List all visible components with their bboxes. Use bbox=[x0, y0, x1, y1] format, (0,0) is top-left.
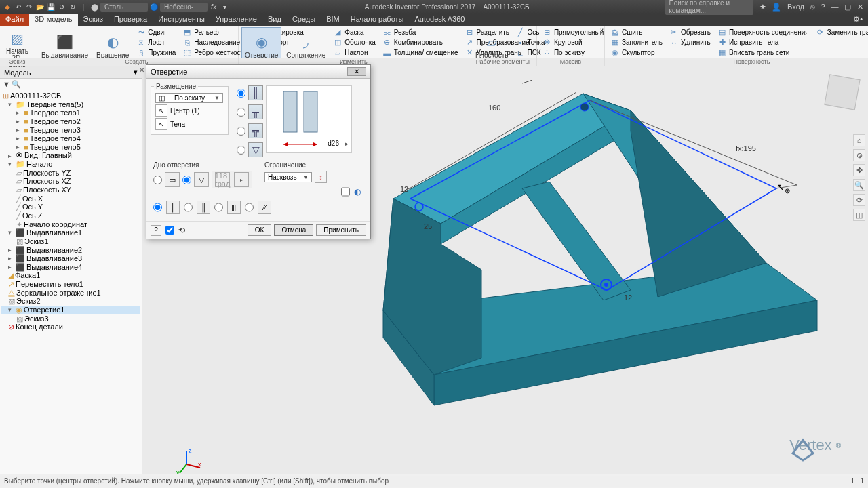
sculpt-button[interactable]: ◉Скульптор bbox=[608, 47, 665, 58]
dimension[interactable]: 160 bbox=[488, 104, 500, 112]
type-csink-radio[interactable] bbox=[237, 146, 245, 155]
undo-icon[interactable]: ↶ bbox=[14, 2, 23, 12]
solids-selector[interactable]: ↖Тела bbox=[155, 118, 224, 130]
shell-button[interactable]: ◫Оболочка bbox=[330, 37, 378, 47]
sketchpattern-button[interactable]: ∴По эскизу bbox=[540, 47, 607, 58]
redo2-icon[interactable]: ↻ bbox=[68, 2, 77, 12]
preview-checkbox[interactable] bbox=[165, 226, 174, 235]
redo-icon[interactable]: ↷ bbox=[24, 2, 34, 12]
tab-manage[interactable]: Управление bbox=[210, 14, 262, 26]
replaceface-button[interactable]: ⟳Заменить грань bbox=[813, 27, 868, 37]
tree-feature[interactable]: ▨Эскиз2 bbox=[1, 297, 140, 306]
tree-solids[interactable]: ▾📁Твердые тела(5) bbox=[1, 100, 140, 109]
ok-button[interactable]: ОК bbox=[248, 224, 272, 236]
type-spotface-radio[interactable] bbox=[237, 127, 245, 136]
open-icon[interactable]: 📂 bbox=[35, 2, 45, 12]
tree-plane[interactable]: ▱Плоскость XY bbox=[1, 186, 140, 195]
binoc-icon[interactable]: 🔍 bbox=[12, 80, 21, 89]
tree-solid[interactable]: ▸■Твердое тело5 bbox=[1, 143, 140, 152]
tree-axis[interactable]: ╱Ось X bbox=[1, 195, 140, 203]
star-icon[interactable]: ★ bbox=[757, 3, 768, 11]
qat-more-icon[interactable]: ▾ bbox=[220, 2, 229, 12]
match-checkbox[interactable] bbox=[341, 187, 350, 197]
flat-bottom-radio[interactable] bbox=[153, 176, 162, 184]
tree-feature[interactable]: ◢Фаска1 bbox=[1, 271, 140, 280]
dimension[interactable]: 12 bbox=[624, 293, 632, 302]
tree-feature[interactable]: ↗Переместить тело1 bbox=[1, 280, 140, 289]
expand-icon[interactable]: ▸ bbox=[16, 127, 22, 134]
chevron-right-icon[interactable]: ▸ bbox=[345, 140, 349, 147]
tab-file[interactable]: Файл bbox=[0, 14, 29, 26]
tree-feature[interactable]: ▸⬛Выдавливание3 bbox=[1, 254, 140, 263]
tree-solid[interactable]: ▸■Твердое тело2 bbox=[1, 117, 140, 126]
tree-view[interactable]: ▸👁Вид: Главный bbox=[1, 151, 140, 160]
viewcube[interactable] bbox=[824, 74, 860, 110]
placement-combo[interactable]: ◫ По эскизу ▼ bbox=[155, 93, 223, 103]
dialog-close-button[interactable]: ✕ bbox=[347, 67, 366, 76]
tree-origin-point[interactable]: ✦Начало координат bbox=[1, 220, 140, 229]
tab-view[interactable]: Вид bbox=[262, 14, 287, 26]
wheel-icon[interactable]: ⊚ bbox=[853, 149, 865, 161]
expand-icon[interactable]: ▸ bbox=[16, 109, 22, 116]
tree-feature[interactable]: ▸⬛Выдавливание2 bbox=[1, 246, 140, 255]
diameter-param[interactable]: d26 bbox=[328, 140, 339, 147]
tab-tools[interactable]: Инструменты bbox=[153, 14, 210, 26]
collapse-icon[interactable]: ▾ bbox=[8, 229, 14, 236]
coil-button[interactable]: §Пружина bbox=[134, 47, 178, 58]
trim-button[interactable]: ✂Обрезать bbox=[667, 27, 713, 37]
angle-bottom-radio[interactable] bbox=[182, 176, 191, 184]
thread-button[interactable]: ⫘Резьба bbox=[380, 27, 461, 37]
dimension[interactable]: fx:195 bbox=[736, 144, 756, 152]
tab-bim[interactable]: BIM bbox=[321, 14, 345, 26]
limit-combo[interactable]: Насквозь▼ bbox=[264, 172, 312, 182]
fitmesh-button[interactable]: ▦Вписать грань сети bbox=[715, 47, 812, 58]
expand-icon[interactable]: ▸ bbox=[8, 247, 14, 253]
home-icon[interactable]: ⌂ bbox=[853, 134, 865, 146]
tab-start[interactable]: Начало работы bbox=[345, 14, 410, 26]
type-drilled-radio[interactable] bbox=[237, 89, 245, 98]
tab-search-icon[interactable]: ⚙• bbox=[848, 14, 868, 26]
undo2-icon[interactable]: ↺ bbox=[57, 2, 66, 12]
help-button[interactable]: ? bbox=[151, 225, 161, 236]
expand-icon[interactable]: ▸ bbox=[8, 264, 14, 270]
chamfer-button[interactable]: ◢Фаска bbox=[330, 27, 378, 37]
fx-icon[interactable]: fx bbox=[209, 2, 218, 12]
extend-button[interactable]: ↔Удлинить bbox=[667, 37, 713, 47]
expand-icon[interactable]: ▸ bbox=[8, 152, 14, 159]
cancel-button[interactable]: Отмена bbox=[274, 224, 313, 236]
orbit-icon[interactable]: ⟳ bbox=[853, 194, 865, 206]
patch-button[interactable]: ▦Заполнитель bbox=[608, 37, 665, 47]
tab-sketch[interactable]: Эскиз bbox=[78, 14, 108, 26]
tree-solid[interactable]: ▸■Твердое тело3 bbox=[1, 126, 140, 135]
tree-sketch[interactable]: ▨Эскиз1 bbox=[1, 237, 140, 246]
repairbody-button[interactable]: ✚Исправить тела bbox=[715, 37, 812, 47]
tree-feature[interactable]: ▾⬛Выдавливание1 bbox=[1, 228, 140, 237]
filter-icon[interactable]: ▼ bbox=[3, 80, 10, 89]
loft-button[interactable]: ⧖Лофт bbox=[134, 37, 178, 47]
rectpattern-button[interactable]: ⊞Прямоугольный bbox=[540, 27, 607, 37]
tree-plane[interactable]: ▱Плоскость YZ bbox=[1, 169, 140, 178]
tab-3dmodel[interactable]: 3D-модель bbox=[29, 14, 77, 26]
clearance-radio[interactable] bbox=[184, 201, 193, 214]
help-search[interactable]: Поиск по справке и командам... bbox=[665, 0, 753, 15]
dialog-tab-close[interactable]: ✕ bbox=[139, 66, 146, 74]
expand-icon[interactable]: ▸ bbox=[16, 135, 22, 142]
tree-root[interactable]: ⊞А000111-32СБ bbox=[1, 92, 140, 100]
tree-solid[interactable]: ▸■Твердое тело4 bbox=[1, 134, 140, 143]
tab-env[interactable]: Среды bbox=[287, 14, 321, 26]
collapse-icon[interactable]: ▾ bbox=[8, 161, 14, 167]
tree-axis[interactable]: ╱Ось Z bbox=[1, 211, 140, 220]
expand-icon[interactable]: ▸ bbox=[16, 118, 22, 125]
tree-plane[interactable]: ▱Плоскость XZ bbox=[1, 177, 140, 186]
appearance-dropdown[interactable]: Небесно- bbox=[160, 3, 208, 12]
tree-feature[interactable]: ⧋Зеркальное отражение1 bbox=[1, 289, 140, 298]
tree-eop[interactable]: ⊘Конец детали bbox=[1, 323, 140, 331]
user-icon[interactable]: 👤 bbox=[770, 3, 783, 11]
tab-a360[interactable]: Autodesk A360 bbox=[409, 14, 470, 26]
flip-button[interactable]: ↕ bbox=[315, 171, 327, 183]
dimension[interactable]: 12 bbox=[400, 185, 408, 193]
collapse-icon[interactable]: ▾ bbox=[8, 306, 14, 313]
thicken-button[interactable]: ▬Толщина/ смещение bbox=[380, 47, 461, 58]
min-icon[interactable]: — bbox=[829, 3, 840, 11]
lookat-icon[interactable]: ◫ bbox=[853, 209, 865, 221]
